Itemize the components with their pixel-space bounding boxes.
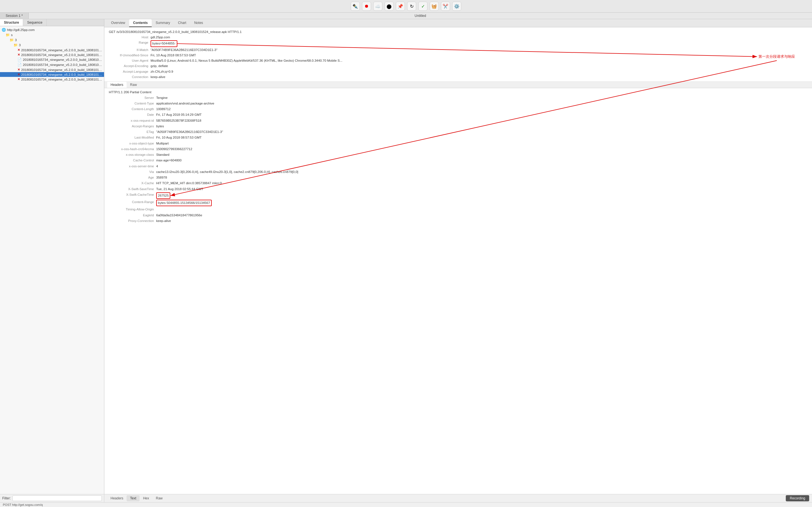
tree-item-label: 20180810165734_ninegame_v5.2.0.0_build_1… [21, 48, 102, 52]
bottom-tab-raw[interactable]: Raw [153, 495, 166, 501]
tab-notes[interactable]: Notes [190, 19, 207, 27]
gear-button[interactable]: ⚙️ [452, 2, 461, 11]
pen-tool-button[interactable]: ✒️ [351, 2, 360, 11]
file-icon: 📄 [17, 63, 22, 67]
circle-button[interactable]: ⬤ [385, 2, 394, 11]
response-header-row: ETag"A050F74B9FE36A2B62116E07C334D1E1-3" [104, 129, 812, 135]
response-header-key: X-Swift-CacheTime [109, 192, 154, 199]
tree-item-3b[interactable]: 📁3 [0, 43, 104, 48]
response-header-row: X-Swift-SaveTimeTue, 21 Aug 2018 02:55:4… [104, 186, 812, 192]
response-header-val: 358978 [156, 175, 808, 180]
tree-item-label: s [11, 33, 13, 37]
tree-item-f4[interactable]: 📄20180810165734_ninegame_v5.2.0.0_build_… [0, 62, 104, 67]
sub-tab-headers[interactable]: Headers [107, 82, 126, 88]
response-header-val: Tue, 21 Aug 2018 02:55:44 GMT [156, 187, 808, 191]
response-header-val: bytes 5044855-15134566/15134567 [156, 200, 808, 206]
filter-area: Filter: [0, 494, 104, 502]
tab-contents[interactable]: Contents [129, 19, 152, 27]
response-header-row: Last-ModifiedFri, 10 Aug 2018 08:57:53 G… [104, 135, 812, 140]
request-range-row: Range bytes=5044855- [104, 40, 812, 47]
response-header-row: X-Swift-CacheTime267525 [104, 192, 812, 199]
tree-item-label: 3 [15, 38, 17, 42]
folder-icon: 📁 [10, 38, 14, 42]
basket-button[interactable]: 🧺 [430, 2, 439, 11]
response-header-val: keep-alive [156, 219, 808, 223]
response-header-key: X-Swift-SaveTime [109, 187, 154, 191]
response-header-row: Accept-Rangesbytes [104, 123, 812, 129]
tree-item-label: 20180810165734_ninegame_v5.2.0.0_build_1… [23, 58, 102, 61]
root-icon: 🌐 [2, 28, 6, 32]
tree-item-f2[interactable]: ✕20180810165734_ninegame_v5.2.0.0_build_… [0, 52, 104, 57]
request-ifmatch-row: If-Match "A050F74B9FE36A2B62116E07C334D1… [104, 47, 812, 53]
request-sub-tabs: Headers Raw [104, 82, 812, 88]
response-header-key: Date [109, 112, 154, 117]
right-panel: Overview Contents Summary Chart Notes GE… [104, 19, 812, 494]
request-url: GET /s/3/3/20180810165734_ninegame_v5.2.… [104, 29, 812, 35]
response-header-key: x-oss-object-type [109, 141, 154, 146]
bottom-right-tabs: Headers Text Hex Raw Recording [104, 494, 812, 502]
tree-item-label: 20180810165734_ninegame_v5.2.0.0_build_1… [21, 68, 102, 71]
response-header-val: "A050F74B9FE36A2B62116E07C334D1E1-3" [156, 129, 808, 134]
response-header-key: Cache-Control [109, 158, 154, 163]
filter-input[interactable] [12, 496, 102, 501]
toolbar: ✒️ ⏺ ☁️ ⬤ 📌 ↻ ✓ 🧺 ✂️ ⚙️ [0, 0, 812, 13]
response-header-val [156, 207, 808, 212]
right-tabs: Overview Contents Summary Chart Notes [104, 19, 812, 27]
response-status: HTTP/1.1 206 Partial Content [104, 89, 812, 95]
request-acceptlang-key: Accept-Language [109, 69, 148, 74]
tree-item-s[interactable]: 📁s [0, 33, 104, 38]
sub-tab-raw[interactable]: Raw [126, 82, 140, 88]
tree-item-f5[interactable]: ✕20180810165734_ninegame_v5.2.0.0_build_… [0, 67, 104, 72]
response-header-key: Age [109, 175, 154, 180]
response-header-val: Fri, 17 Aug 2018 05:14:29 GMT [156, 112, 808, 117]
error-icon: ✕ [17, 53, 20, 57]
response-header-row: x-oss-object-typeMultipart [104, 140, 812, 146]
cloud-button[interactable]: ☁️ [373, 2, 382, 11]
left-tabs: Structure Sequence [0, 19, 104, 26]
request-host-row: Host gdl.25pp.com [104, 35, 812, 40]
response-header-key: Content-Range [109, 200, 154, 206]
bottom-bar: Filter: Headers Text Hex Raw Recording [0, 494, 812, 502]
tab-structure[interactable]: Structure [0, 19, 23, 26]
error-icon: ✕ [17, 73, 20, 76]
response-header-key: x-oss-hash-crc64ecma [109, 147, 154, 152]
tab-sequence[interactable]: Sequence [23, 19, 47, 26]
request-connection-key: Connection [109, 75, 148, 79]
record-button[interactable]: ⏺ [362, 2, 371, 11]
response-header-row: x-oss-request-id5B7659B5253B78F22E68F518 [104, 118, 812, 123]
tab-summary[interactable]: Summary [152, 19, 174, 27]
pin-button[interactable]: 📌 [396, 2, 405, 11]
tree-item-f1[interactable]: ✕20180810165734_ninegame_v5.2.0.0_build_… [0, 48, 104, 52]
bottom-tab-hex[interactable]: Hex [140, 495, 152, 501]
tab-chart[interactable]: Chart [174, 19, 190, 27]
tree-item-f3[interactable]: 📄20180810165734_ninegame_v5.2.0.0_build_… [0, 57, 104, 62]
response-header-val: Multipart [156, 141, 808, 146]
scissors-button[interactable]: ✂️ [441, 2, 450, 11]
session-tab[interactable]: Session 1 * [0, 13, 29, 19]
request-connection-row: Connection keep-alive [104, 74, 812, 80]
check-button[interactable]: ✓ [418, 2, 427, 11]
tree: 🌐http://gdl.25pp.com📁s📁3📁3✕2018081016573… [0, 26, 104, 494]
tree-item-f7[interactable]: ✕20180810165734_ninegame_v5.2.0.0_build_… [0, 77, 104, 82]
filter-label: Filter: [2, 496, 11, 500]
refresh-button[interactable]: ↻ [407, 2, 416, 11]
tab-overview[interactable]: Overview [107, 19, 129, 27]
response-header-row: Content-Rangebytes 5044855-15134566/1513… [104, 200, 812, 207]
request-useragent-key: User-Agent [109, 58, 148, 63]
request-acceptenc-key: Accept-Encoding [109, 64, 148, 68]
response-header-key: EagleId [109, 213, 154, 218]
error-icon: ✕ [17, 68, 20, 71]
bottom-tab-text[interactable]: Text [126, 495, 140, 501]
response-header-row: ServerTengine [104, 95, 812, 101]
tree-item-root[interactable]: 🌐http://gdl.25pp.com [0, 27, 104, 33]
bottom-tab-headers[interactable]: Headers [107, 495, 126, 501]
tree-item-f6[interactable]: ✕20180810165734_ninegame_v5.2.0.0_build_… [0, 72, 104, 77]
request-acceptlang-row: Accept-Language zh-CN,zh;q=0.9 [104, 69, 812, 74]
request-connection-val: keep-alive [151, 75, 808, 79]
response-header-val: max-age=604800 [156, 158, 808, 163]
response-header-key: Content-Length [109, 107, 154, 112]
tree-item-3a[interactable]: 📁3 [0, 38, 104, 43]
response-header-key: Content-Type [109, 101, 154, 106]
request-useragent-row: User-Agent Mozilla/5.0 (Linux; Android 6… [104, 58, 812, 63]
recording-button[interactable]: Recording [786, 495, 809, 501]
